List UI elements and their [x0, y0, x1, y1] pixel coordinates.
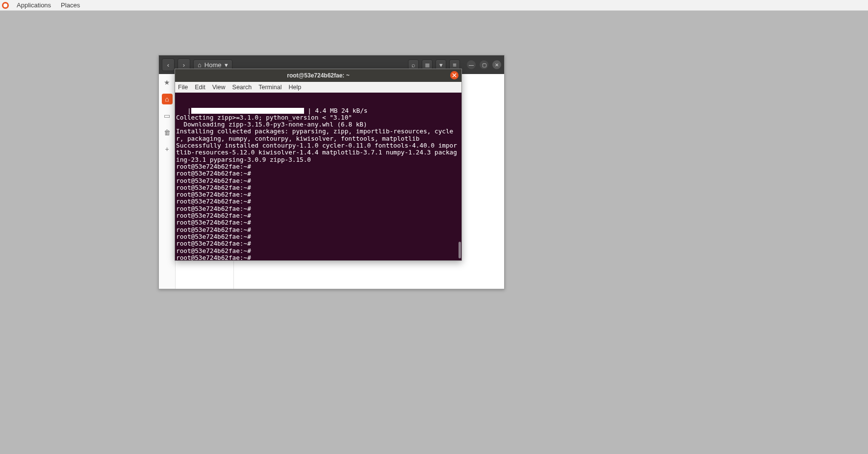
terminal-menu-terminal[interactable]: Terminal	[258, 84, 281, 91]
close-icon	[452, 73, 457, 77]
sidebar-trash-icon[interactable]: 🗑	[162, 127, 173, 138]
terminal-menu-search[interactable]: Search	[232, 84, 252, 91]
terminal-menu-view[interactable]: View	[212, 84, 226, 91]
terminal-window: root@53e724b62fae: ~ File Edit View Sear…	[175, 69, 462, 261]
files-sidebar: ★ ⌂ ▭ 🗑 +	[159, 74, 176, 289]
terminal-menu-help[interactable]: Help	[288, 84, 301, 91]
applications-menu[interactable]: Applications	[15, 0, 53, 10]
path-home-label: Home	[204, 61, 222, 69]
ubuntu-logo-icon	[2, 2, 9, 9]
sidebar-add-icon[interactable]: +	[162, 144, 173, 154]
terminal-title: root@53e724b62fae: ~	[287, 72, 349, 79]
nav-back-button[interactable]: ‹	[162, 58, 175, 71]
files-window-controls: — ▢ ✕	[467, 60, 501, 69]
terminal-titlebar[interactable]: root@53e724b62fae: ~	[175, 69, 461, 82]
terminal-menu-file[interactable]: File	[178, 84, 188, 91]
progress-bar	[191, 108, 304, 114]
terminal-output[interactable]: | | 4.4 MB 24 kB/sCollecting zipp>=3.1.0…	[175, 93, 461, 260]
home-icon: ⌂	[198, 61, 202, 69]
places-menu[interactable]: Places	[59, 0, 82, 10]
terminal-close-button[interactable]	[450, 71, 459, 79]
os-top-bar: Applications Places	[0, 0, 868, 11]
sidebar-home-icon[interactable]: ⌂	[162, 94, 173, 104]
sidebar-starred-icon[interactable]: ★	[162, 77, 173, 88]
terminal-scrollbar-thumb[interactable]	[459, 242, 461, 258]
terminal-menubar: File Edit View Search Terminal Help	[175, 82, 461, 93]
terminal-menu-edit[interactable]: Edit	[195, 84, 205, 91]
files-close-button[interactable]: ✕	[492, 60, 501, 69]
files-maximize-button[interactable]: ▢	[480, 60, 488, 69]
files-minimize-button[interactable]: —	[467, 60, 476, 69]
sidebar-desktop-icon[interactable]: ▭	[162, 110, 173, 121]
path-dropdown-icon: ▾	[225, 61, 228, 69]
